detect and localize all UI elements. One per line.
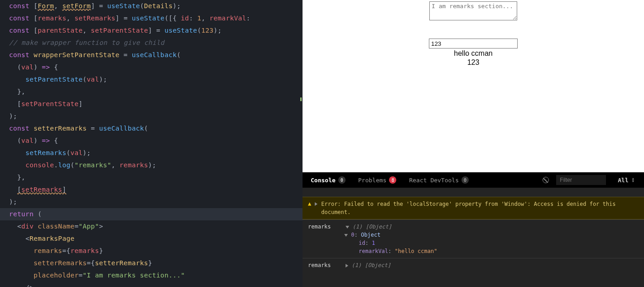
code-line: const setterRemarks = useCallback( [9,122,293,135]
problems-count-badge: 8 [389,176,396,184]
code-line-active: return ( [0,208,303,220]
prop-id-val: 1 [372,240,375,246]
right-pane: hello ccman 123 Console 0 Problems 8 Rea… [303,0,644,287]
code-line: /> [9,282,293,287]
code-line: const [remarks, setRemarks] = useState([… [9,12,293,24]
console-row-truncated: ... [303,188,644,197]
console-log-row: remarks (1) [Object] 0: Object id: 1 rem… [303,219,644,258]
code-line: <div className="App"> [9,220,293,233]
code-line: const [parentState, setParentState] = us… [9,24,293,37]
console-log-row: remarks (1) [Object] [303,258,644,272]
react-count-badge: 0 [461,176,469,184]
warning-icon: ▲ [308,200,311,207]
select-arrows-icon: ▲▼ [632,177,634,183]
devtools-panel: Console 0 Problems 8 React DevTools 0 Al… [303,172,644,287]
tab-react-label: React DevTools [409,177,459,184]
disclosure-right-icon[interactable] [346,264,348,268]
code-line: setterRemarks={setterRemarks} [9,257,293,269]
code-line: <RemarksPage [9,233,293,245]
app-preview: hello ccman 123 [303,0,644,172]
code-line: [setRemarks] [9,184,293,196]
log-level-label: All [618,177,628,184]
log-summary: (1) [Object] [351,262,391,268]
disclosure-icon[interactable] [315,202,317,206]
code-line: placeholder="I am remarks section..." [9,269,293,282]
console-count-badge: 0 [338,176,346,184]
log-label: remarks [308,224,331,230]
log-summary: (1) [Object] [352,224,392,230]
log-label: remarks [308,262,331,268]
code-line: console.log("remarks", remarks); [9,159,293,171]
code-line: }, [9,86,293,98]
devtools-tabs: Console 0 Problems 8 React DevTools 0 Al… [303,172,644,188]
gutter-indicator [300,97,302,101]
clear-console-icon[interactable] [543,177,549,183]
code-line: // make wrapper function to give child [9,37,293,49]
tab-react-devtools[interactable]: React DevTools 0 [406,175,471,185]
code-line: (val) => { [9,135,293,147]
code-line: }, [9,171,293,184]
code-line: const [Form, setForm] = useState(Details… [9,0,293,12]
prop-id-key: id [359,240,365,246]
code-line: setParentState(val); [9,73,293,86]
code-line: ); [9,196,293,208]
log-level-select[interactable]: All ▲▼ [613,177,639,184]
code-line: ); [9,110,293,122]
tab-console[interactable]: Console 0 [308,175,348,185]
console-warning-row: ▲ Error: Failed to read the 'localStorag… [303,197,644,219]
tab-problems-label: Problems [358,177,387,184]
code-line: setRemarks(val); [9,147,293,159]
remarks-textarea[interactable] [429,1,517,20]
console-filter-input[interactable] [556,175,606,185]
code-editor-pane[interactable]: const [Form, setForm] = useState(Details… [0,0,303,287]
prop-remarkval-key: remarkVal [359,248,388,254]
code-editor[interactable]: const [Form, setForm] = useState(Details… [0,0,303,287]
code-line: [setParentState] [9,98,293,110]
hello-text: hello ccman [454,49,492,58]
disclosure-down-icon[interactable] [346,226,349,229]
tab-console-label: Console [311,177,336,184]
warning-message: Error: Failed to read the 'localStorage'… [321,200,639,216]
code-line: (val) => { [9,61,293,73]
object-type: Object [361,232,380,238]
disclosure-down-icon[interactable] [344,234,348,237]
prop-remarkval-val: "hello ccman" [394,248,437,254]
console-body[interactable]: ... ▲ Error: Failed to read the 'localSt… [303,188,644,287]
code-line: const wrapperSetParentState = useCallbac… [9,49,293,61]
parent-state-input[interactable] [429,39,518,49]
number-text: 123 [467,58,480,67]
code-line: remarks={remarks} [9,245,293,257]
tab-problems[interactable]: Problems 8 [356,175,399,185]
